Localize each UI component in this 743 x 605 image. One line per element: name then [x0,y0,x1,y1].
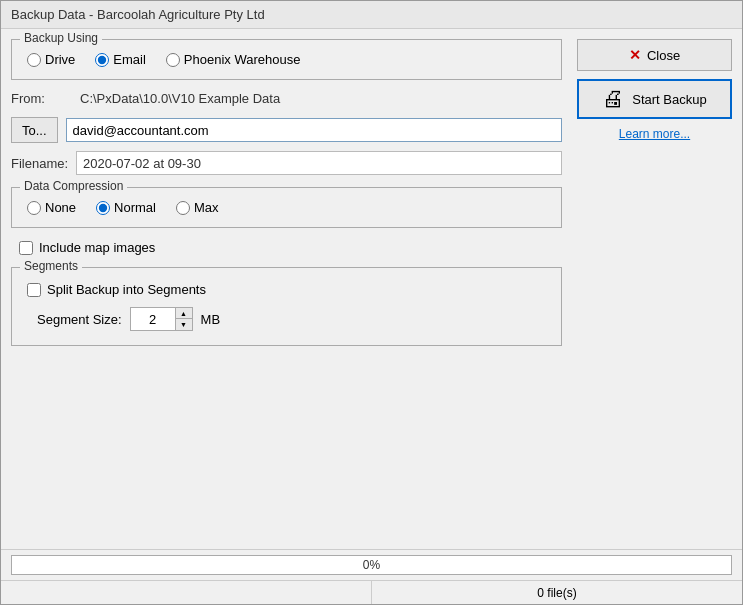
start-backup-label: Start Backup [632,92,706,107]
map-images-row: Include map images [11,240,562,255]
normal-radio[interactable] [96,201,110,215]
map-images-label: Include map images [39,240,155,255]
to-button[interactable]: To... [11,117,58,143]
backup-using-title: Backup Using [20,31,102,45]
max-radio[interactable] [176,201,190,215]
normal-option[interactable]: Normal [96,200,156,215]
close-icon: ✕ [629,47,641,63]
map-images-checkbox[interactable] [19,241,33,255]
segment-size-row: Segment Size: ▲ ▼ MB [27,307,546,331]
status-bar: 0 file(s) [1,580,742,604]
max-label: Max [194,200,219,215]
segment-size-unit: MB [201,312,221,327]
spinner-down-button[interactable]: ▼ [176,319,192,330]
compression-title: Data Compression [20,179,127,193]
segment-size-spinner: ▲ ▼ [130,307,193,331]
spinner-up-button[interactable]: ▲ [176,308,192,319]
phoenix-option[interactable]: Phoenix Warehouse [166,52,301,67]
progress-bar-container: 0% [11,555,732,575]
from-label: From: [11,91,66,106]
phoenix-radio[interactable] [166,53,180,67]
split-backup-row: Split Backup into Segments [27,282,546,297]
backup-using-radio-group: Drive Email Phoenix Warehouse [27,52,546,67]
to-row: To... [11,117,562,143]
filename-label: Filename: [11,156,68,171]
filename-input[interactable] [76,151,562,175]
from-value: C:\PxData\10.0\V10 Example Data [74,88,562,109]
progress-text: 0% [363,558,380,572]
filename-row: Filename: [11,151,562,175]
email-radio[interactable] [95,53,109,67]
normal-label: Normal [114,200,156,215]
title-bar: Backup Data - Barcoolah Agriculture Pty … [1,1,742,29]
email-option[interactable]: Email [95,52,146,67]
start-backup-button[interactable]: 🖨 Start Backup [577,79,732,119]
email-label: Email [113,52,146,67]
progress-area: 0% [1,549,742,580]
segments-group: Segments Split Backup into Segments Segm… [11,267,562,346]
phoenix-label: Phoenix Warehouse [184,52,301,67]
none-option[interactable]: None [27,200,76,215]
drive-radio[interactable] [27,53,41,67]
split-backup-label: Split Backup into Segments [47,282,206,297]
status-right-text: 0 file(s) [537,586,576,600]
status-right: 0 file(s) [372,581,742,604]
left-panel: Backup Using Drive Email Phoenix Warehou… [11,39,562,539]
close-label: Close [647,48,680,63]
split-backup-checkbox[interactable] [27,283,41,297]
status-left [1,581,372,604]
learn-more-link[interactable]: Learn more... [577,127,732,141]
from-row: From: C:\PxData\10.0\V10 Example Data [11,88,562,109]
right-panel: ✕ Close 🖨 Start Backup Learn more... [572,39,732,539]
segments-title: Segments [20,259,82,273]
title-text: Backup Data - Barcoolah Agriculture Pty … [11,7,265,22]
backup-using-group: Backup Using Drive Email Phoenix Warehou… [11,39,562,80]
segment-size-input[interactable] [130,307,175,331]
close-button[interactable]: ✕ Close [577,39,732,71]
none-label: None [45,200,76,215]
compression-radio-group: None Normal Max [27,200,546,215]
to-input[interactable] [66,118,562,142]
backup-icon: 🖨 [602,86,624,112]
none-radio[interactable] [27,201,41,215]
window: Backup Data - Barcoolah Agriculture Pty … [0,0,743,605]
spinner-buttons: ▲ ▼ [175,307,193,331]
main-content: Backup Using Drive Email Phoenix Warehou… [1,29,742,549]
compression-group: Data Compression None Normal Max [11,187,562,228]
drive-option[interactable]: Drive [27,52,75,67]
segment-size-label: Segment Size: [37,312,122,327]
drive-label: Drive [45,52,75,67]
max-option[interactable]: Max [176,200,219,215]
